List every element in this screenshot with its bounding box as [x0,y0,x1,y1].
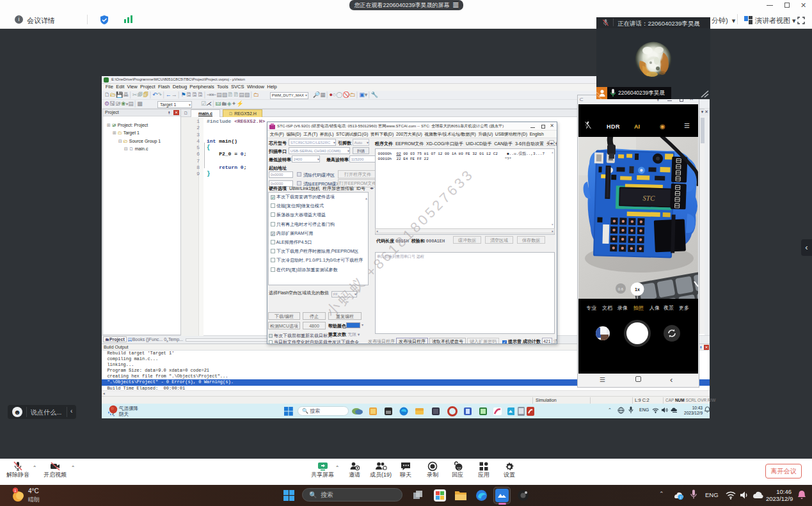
svg-text:STC: STC [642,194,655,202]
svg-text:1x: 1x [635,287,640,292]
svg-text:0.6: 0.6 [618,287,624,291]
